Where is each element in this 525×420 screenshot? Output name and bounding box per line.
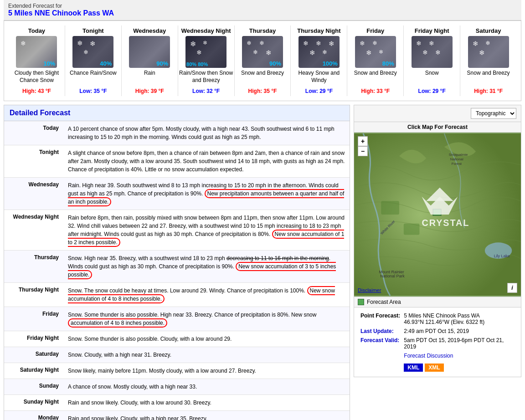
day-label: Friday Night (405, 27, 459, 34)
precip-badge: 90% (269, 60, 281, 67)
day-icon: ❄❄❄ (468, 36, 509, 68)
day-icon: ❄❄❄80% 80% (185, 36, 226, 68)
table-row: Saturday NightSnow likely, mainly before… (4, 363, 350, 379)
forecast-grid: Today❄10%Cloudy then Slight Chance SnowH… (9, 26, 516, 96)
svg-rect-4 (404, 224, 420, 235)
day-label: Wednesday Night (179, 27, 233, 34)
precip-badge: 90% (156, 60, 168, 67)
day-desc: Chance Rain/Snow (66, 70, 120, 86)
map-svg-container[interactable]: Lily Lake (354, 133, 521, 297)
forecast-day: Friday❄❄❄❄80%Snow and BreezyHigh: 33 °F (347, 26, 404, 96)
forecast-day: Tonight❄❄❄40%Chance Rain/SnowLow: 35 °F (65, 26, 122, 96)
legend-color-box (358, 299, 364, 305)
precip-badge: 80% 80% (186, 61, 208, 67)
day-desc: Snow and Breezy (236, 70, 290, 86)
forecast-desc: Rain and snow likely. Cloudy, with a low… (63, 395, 350, 411)
map-zoom-out-button[interactable]: − (358, 146, 368, 156)
svg-text:National: National (450, 157, 463, 161)
day-label: Saturday (461, 27, 515, 34)
svg-text:Forest: Forest (452, 162, 462, 166)
period-label: Saturday (4, 347, 63, 363)
header-subtitle: Extended Forecast for (8, 3, 517, 9)
day-temp: High: 33 °F (348, 88, 402, 94)
map-zoom-in-button[interactable]: + (358, 136, 368, 146)
day-temp: High: 31 °F (461, 88, 515, 94)
table-row: TonightA slight chance of snow before 8p… (4, 145, 350, 178)
table-row: SundayA chance of snow. Mostly cloudy, w… (4, 379, 350, 395)
detailed-forecast-title: Detailed Forecast (4, 105, 350, 121)
map-disclaimer-link[interactable]: Disclaimer (358, 287, 381, 293)
day-desc: Snow (405, 70, 459, 86)
period-label: Thursday (4, 251, 63, 283)
day-temp: High: 35 °F (236, 88, 290, 94)
table-row: Sunday NightRain and snow likely. Cloudy… (4, 395, 350, 411)
forecast-day: Wednesday Night❄❄❄80% 80%Rain/Snow then … (178, 26, 235, 96)
forecast-valid-value: 5am PDT Oct 15, 2019-6pm PDT Oct 21, 201… (402, 336, 516, 351)
forecast-discussion-link[interactable]: Forecast Discussion (404, 353, 453, 359)
period-label: Sunday Night (4, 395, 63, 411)
forecast-desc: Snow. High near 35. Breezy, with a south… (63, 251, 350, 283)
kml-xml-row: KML XML (404, 364, 515, 372)
day-icon: ❄10% (16, 36, 57, 68)
period-label: Monday (4, 411, 63, 420)
precip-badge: 100% (323, 60, 338, 67)
xml-button[interactable]: XML (425, 364, 443, 372)
svg-text:National Park: National Park (380, 274, 405, 278)
day-icon: ❄❄❄40% (72, 36, 113, 68)
forecast-area-legend: Forecast Area (354, 297, 521, 307)
svg-text:Snoqualmie: Snoqualmie (449, 153, 468, 157)
right-panel: TopographicSatelliteStreet Click Map For… (354, 105, 521, 420)
table-row: SaturdaySnow. Cloudy, with a high near 3… (4, 347, 350, 363)
header-title: 5 Miles NNE Chinook Pass WA (8, 9, 517, 17)
map-zoom-controls: + − (358, 136, 368, 156)
day-label: Today (10, 27, 64, 34)
day-icon: ❄❄❄❄ (412, 36, 453, 68)
svg-rect-3 (381, 201, 399, 215)
table-row: Friday NightSnow. Some thunder is also p… (4, 331, 350, 347)
svg-text:Lily Lake: Lily Lake (494, 254, 510, 258)
click-map-label: Click Map For Forecast (354, 122, 521, 133)
period-label: Today (4, 121, 63, 145)
forecast-desc: Rain and snow likely. Cloudy, with a hig… (63, 411, 350, 420)
period-label: Friday Night (4, 331, 63, 347)
day-desc: Cloudy then Slight Chance Snow (10, 70, 64, 86)
kml-button[interactable]: KML (404, 364, 423, 372)
last-update-value: 2:49 am PDT Oct 15, 2019 (402, 327, 516, 336)
day-temp: High: 43 °F (10, 88, 64, 94)
svg-text:CRYSTAL: CRYSTAL (422, 218, 469, 228)
forecast-desc: Snow. Cloudy, with a high near 31. Breez… (63, 347, 350, 363)
forecast-desc: Rain before 8pm, then rain, possibly mix… (63, 210, 350, 251)
forecast-desc: A slight chance of snow before 8pm, then… (63, 145, 350, 178)
forecast-desc: Snow. Some thunder is also possible. Clo… (63, 331, 350, 347)
map-info-button[interactable]: i (507, 283, 517, 293)
day-temp: Low: 35 °F (66, 88, 120, 94)
table-row: Thursday NightSnow. The snow could be he… (4, 283, 350, 307)
forecast-day: Thursday Night❄❄❄❄❄100%Heavy Snow and Wi… (291, 26, 347, 96)
table-row: TodayA 10 percent chance of snow after 5… (4, 121, 350, 145)
day-temp: Low: 29 °F (405, 88, 459, 94)
map-type-select[interactable]: TopographicSatelliteStreet (471, 108, 516, 119)
forecast-desc: Snow likely, mainly before 11pm. Mostly … (63, 363, 350, 379)
day-desc: Rain (123, 70, 177, 86)
point-forecast-location: 5 Miles NNE Chinook Pass WA (404, 312, 479, 319)
header: Extended Forecast for 5 Miles NNE Chinoo… (4, 0, 521, 20)
table-row: MondayRain and snow likely. Cloudy, with… (4, 411, 350, 420)
forecast-valid-link[interactable]: Forecast Valid: (360, 337, 399, 343)
period-label: Wednesday (4, 178, 63, 210)
forecast-area-label: Forecast Area (367, 299, 401, 305)
precip-badge: 80% (382, 60, 394, 67)
day-desc: Heavy Snow and Windy (292, 70, 346, 86)
period-label: Tonight (4, 145, 63, 178)
map-controls: TopographicSatelliteStreet (354, 105, 521, 122)
forecast-desc: Snow. Some thunder is also possible. Hig… (63, 307, 350, 331)
last-update-link[interactable]: Last Update: (360, 328, 394, 334)
day-temp: Low: 32 °F (179, 88, 233, 94)
svg-text:Mount Rainier: Mount Rainier (379, 270, 404, 274)
period-label: Wednesday Night (4, 210, 63, 251)
forecast-grid-container: Today❄10%Cloudy then Slight Chance SnowH… (4, 20, 521, 101)
day-temp: High: 39 °F (123, 88, 177, 94)
period-label: Sunday (4, 379, 63, 395)
detailed-forecast-table: TodayA 10 percent chance of snow after 5… (4, 121, 350, 420)
forecast-desc: Rain. High near 39. South southwest wind… (63, 178, 350, 210)
precip-badge: 40% (100, 60, 112, 67)
